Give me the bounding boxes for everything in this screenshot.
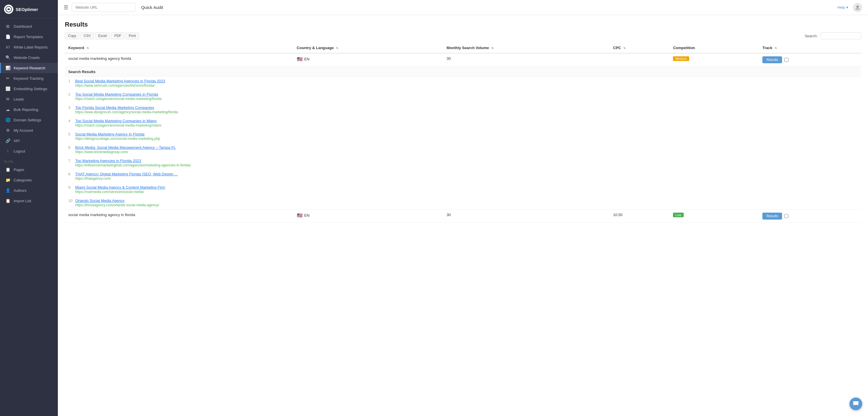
excel-button[interactable]: Excel	[95, 32, 110, 39]
hamburger-menu-icon[interactable]: ☰	[64, 4, 68, 11]
sidebar-item-website-crawls[interactable]: 🔍Website Crawls	[0, 52, 58, 63]
brand-name: SEOptimer	[16, 7, 38, 12]
search-result-number-2: 2	[68, 92, 70, 97]
search-result-title-1[interactable]: Best Social Media Marketing Agencies in …	[75, 79, 858, 83]
sidebar-item-my-account[interactable]: ⚙My Account	[0, 125, 58, 136]
sidebar-label-embedding-settings: Embedding Settings	[13, 87, 47, 91]
search-result-row-5: 5 Social Media Marketing Agency In Flori…	[65, 130, 861, 143]
search-result-item: 5 Social Media Marketing Agency In Flori…	[65, 130, 861, 143]
sidebar-item-categories[interactable]: 📁Categories	[0, 175, 58, 185]
sidebar-icon-my-account: ⚙	[5, 128, 11, 133]
search-result-item: 8 THAT Agency: Digital Marketing Florida…	[65, 170, 861, 183]
search-result-title-8[interactable]: THAT Agency: Digital Marketing Florida (…	[75, 172, 858, 176]
search-result-item: 7 Top Marketing Agencies in Florida 2023…	[65, 156, 861, 170]
sidebar-item-api[interactable]: 🔗API	[0, 136, 58, 146]
cell-track-0: Results	[759, 54, 861, 66]
sidebar-icon-leads: ✉	[5, 97, 11, 101]
sidebar-label-import-list: Import List	[13, 199, 31, 203]
sidebar-label-dashboard: Dashboard	[13, 24, 32, 29]
sidebar-icon-bulk-reporting: ☁	[5, 107, 11, 112]
user-avatar[interactable]	[853, 3, 862, 12]
sidebar-item-logout[interactable]: ↑Logout	[0, 146, 58, 156]
competition-badge-1: Low	[673, 213, 683, 217]
search-result-number-4: 4	[68, 119, 70, 123]
sidebar-icon-website-crawls: 🔍	[5, 55, 11, 60]
sidebar-logo: SEOptimer	[0, 0, 58, 19]
th-competition: Competition	[670, 43, 759, 53]
table-row: social media marketing agency florida 🇺🇸…	[65, 53, 861, 66]
quick-audit-button[interactable]: Quick Audit	[138, 3, 166, 12]
table-controls: Copy CSV Excel PDF Print Search:	[65, 32, 861, 39]
search-result-title-5[interactable]: Social Media Marketing Agency In Florida	[75, 132, 858, 136]
sidebar-item-authors[interactable]: 👤Authors	[0, 185, 58, 196]
th-country-language: Country & Language ⇅	[293, 43, 443, 53]
search-result-item: 1 Best Social Media Marketing Agencies i…	[65, 76, 861, 90]
results-table: Keyword ⇅ Country & Language ⇅ Monthly S…	[65, 43, 861, 223]
search-label: Search:	[805, 34, 818, 38]
sidebar-item-import-list[interactable]: 📋Import List	[0, 196, 58, 206]
sort-track-icon[interactable]: ⇅	[775, 46, 777, 50]
sidebar-item-domain-settings[interactable]: 🌐Domain Settings	[0, 115, 58, 125]
track-checkbox-0[interactable]	[784, 58, 788, 62]
sidebar-item-keyword-tracking[interactable]: ✏Keyword Tracking	[0, 73, 58, 83]
search-result-title-9[interactable]: Miami Social Media Agency & Content Mark…	[75, 185, 858, 189]
cell-cpc-1: 10.50	[610, 209, 670, 223]
table-search-input[interactable]	[820, 32, 861, 39]
sidebar-item-report-templates[interactable]: 📄Report Templates	[0, 32, 58, 42]
print-button[interactable]: Print	[126, 32, 139, 39]
sidebar-item-white-label-reports[interactable]: 🏷White Label Reports	[0, 42, 58, 52]
results-button-1[interactable]: Results	[763, 213, 782, 219]
search-result-url-1: https://www.semrush.com/agencies/list/sm…	[75, 83, 858, 88]
th-cpc: CPC ⇅	[610, 43, 670, 53]
sidebar-label-white-label-reports: White Label Reports	[13, 45, 48, 49]
sidebar-item-bulk-reporting[interactable]: ☁Bulk Reporting	[0, 104, 58, 115]
sidebar-icon-logout: ↑	[5, 149, 11, 153]
search-result-number-7: 7	[68, 159, 70, 163]
results-title: Results	[65, 21, 861, 28]
track-checkbox-1[interactable]	[784, 214, 788, 218]
sort-cpc-icon[interactable]: ⇅	[623, 46, 625, 50]
pdf-button[interactable]: PDF	[111, 32, 124, 39]
sidebar: SEOptimer ⊞Dashboard📄Report Templates🏷Wh…	[0, 0, 58, 416]
table-row: social media marketing agency in florida…	[65, 209, 861, 223]
search-result-title-10[interactable]: Orlando Social Media Agency	[75, 199, 858, 203]
sidebar-item-keyword-research[interactable]: 📊Keyword Research	[0, 63, 58, 73]
sidebar-label-website-crawls: Website Crawls	[13, 56, 40, 60]
copy-button[interactable]: Copy	[65, 32, 79, 39]
th-track: Track ⇅	[759, 43, 861, 53]
sidebar-icon-api: 🔗	[5, 138, 11, 143]
search-result-item: 6 Brick Media: Social Media Management A…	[65, 143, 861, 156]
search-result-title-2[interactable]: Top Social Media Marketing Companies in …	[75, 92, 858, 97]
sidebar-item-pages[interactable]: 📋Pages	[0, 164, 58, 175]
sort-country-icon[interactable]: ⇅	[336, 46, 338, 50]
help-dropdown[interactable]: Help ▾	[837, 5, 848, 9]
search-result-number-1: 1	[68, 79, 70, 83]
search-result-number-5: 5	[68, 132, 70, 136]
sort-volume-icon[interactable]: ⇅	[491, 46, 494, 50]
search-result-row-3: 3 Top Florida Social Media Marketing Com…	[65, 103, 861, 116]
cell-competition-1: Low	[670, 209, 759, 223]
sidebar-blog-section-label: Blog	[0, 156, 58, 164]
csv-button[interactable]: CSV	[81, 32, 94, 39]
chat-bubble[interactable]	[849, 397, 862, 410]
search-result-row-2: 2 Top Social Media Marketing Companies i…	[65, 90, 861, 103]
cell-track-1: Results	[759, 210, 861, 223]
sidebar-label-domain-settings: Domain Settings	[13, 118, 41, 122]
search-result-title-6[interactable]: Brick Media: Social Media Management Age…	[75, 145, 858, 150]
sidebar-item-embedding-settings[interactable]: ⬜Embedding Settings	[0, 83, 58, 94]
search-result-url-2: https://clutch.co/agencies/social-media-…	[75, 97, 858, 101]
sidebar-item-leads[interactable]: ✉Leads	[0, 94, 58, 104]
search-result-title-3[interactable]: Top Florida Social Media Marketing Compa…	[75, 105, 858, 110]
results-button-0[interactable]: Results	[763, 56, 782, 63]
search-result-title-4[interactable]: Top Social Media Marketing Companies in …	[75, 119, 858, 123]
th-keyword: Keyword ⇅	[65, 43, 293, 53]
main-content: Results Copy CSV Excel PDF Print Search:…	[58, 15, 868, 416]
sidebar-item-dashboard[interactable]: ⊞Dashboard	[0, 21, 58, 32]
search-result-url-6: https://www.brickmediagroup.com/	[75, 150, 858, 154]
search-result-row-8: 8 THAT Agency: Digital Marketing Florida…	[65, 170, 861, 183]
website-url-input[interactable]	[72, 3, 135, 12]
search-result-row-9: 9 Miami Social Media Agency & Content Ma…	[65, 183, 861, 196]
search-result-title-7[interactable]: Top Marketing Agencies in Florida 2023	[75, 159, 858, 163]
search-result-url-9: https://roarmedia.com/services/social-me…	[75, 190, 858, 194]
sort-keyword-icon[interactable]: ⇅	[87, 46, 89, 50]
